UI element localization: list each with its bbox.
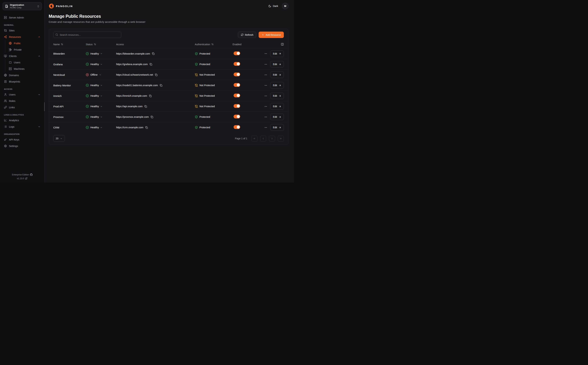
edit-button[interactable]: Edit: [270, 92, 284, 99]
enabled-toggle[interactable]: [234, 83, 240, 87]
last-page-button[interactable]: [278, 135, 284, 141]
row-actions: Edit: [263, 124, 284, 131]
status-cell: Healthy: [86, 105, 116, 108]
brand-logo-link[interactable]: PANGOLIN: [49, 3, 73, 9]
section-label-logs-analytics: LOGS & ANALYTICS: [3, 112, 42, 117]
sidebar-item-clients[interactable]: Clients: [3, 53, 42, 59]
globe-icon: [9, 42, 12, 45]
copy-url-button[interactable]: [149, 95, 152, 97]
sidebar-item-analytics[interactable]: Analytics: [3, 117, 42, 123]
row-menu-button[interactable]: [264, 105, 267, 108]
sidebar-item-domains[interactable]: Domains: [3, 72, 42, 78]
status-dropdown[interactable]: Offline: [90, 73, 101, 76]
sidebar-item-server-admin[interactable]: Server Admin: [3, 14, 42, 21]
sidebar-item-api-keys[interactable]: API Keys: [3, 136, 42, 143]
sidebar-item-machines[interactable]: Machines: [5, 66, 42, 72]
section-label-access: ACCESS: [3, 87, 42, 91]
copy-url-button[interactable]: [152, 52, 155, 55]
theme-toggle-label: Dark: [273, 5, 278, 7]
search-input[interactable]: [53, 32, 121, 38]
sidebar-item-logs[interactable]: Logs: [3, 123, 42, 130]
sidebar-item-public[interactable]: Public: [5, 40, 42, 46]
enabled-toggle[interactable]: [234, 51, 240, 55]
row-menu-button[interactable]: [264, 52, 267, 55]
edit-button[interactable]: Edit: [270, 71, 284, 78]
edit-button[interactable]: Edit: [270, 103, 284, 110]
status-dropdown[interactable]: Healthy: [90, 63, 103, 66]
sidebar-scrollbar-thumb[interactable]: [44, 102, 45, 111]
sidebar-item-links[interactable]: Links: [3, 104, 42, 111]
sidebar-item-private[interactable]: Private: [5, 46, 42, 53]
sidebar-item-client-users[interactable]: Users: [5, 59, 42, 66]
enabled-toggle[interactable]: [234, 104, 240, 108]
chevron-down-icon: [100, 84, 103, 86]
status-dropdown[interactable]: Healthy: [90, 115, 103, 118]
enabled-toggle[interactable]: [234, 62, 240, 66]
sidebar-item-label: Analytics: [9, 119, 19, 122]
row-menu-button[interactable]: [264, 63, 267, 66]
status-dropdown[interactable]: Healthy: [90, 105, 103, 108]
ellipsis-icon: [264, 63, 267, 66]
theme-toggle-button[interactable]: Dark: [268, 5, 278, 7]
first-page-button[interactable]: [251, 135, 257, 141]
enabled-toggle[interactable]: [234, 115, 240, 119]
status-icon-wrap: [86, 63, 89, 66]
column-visibility-button[interactable]: [281, 43, 284, 46]
table-row: Battery Monitor Healthy https://node01.b…: [49, 80, 288, 91]
row-menu-button[interactable]: [264, 94, 267, 97]
row-menu-button[interactable]: [264, 126, 267, 129]
status-dropdown[interactable]: Healthy: [90, 126, 103, 129]
edit-button[interactable]: Edit: [270, 50, 284, 57]
row-menu-button[interactable]: [264, 73, 267, 76]
copy-url-button[interactable]: [155, 74, 157, 76]
edition-link[interactable]: Enterprise Edition: [0, 173, 44, 177]
gear-icon: [4, 145, 7, 147]
enabled-cell: [232, 94, 263, 98]
version-link[interactable]: v1.13.0: [0, 177, 44, 180]
next-page-button[interactable]: [269, 135, 275, 141]
column-header-name[interactable]: Name: [53, 43, 86, 46]
resource-name: CRM: [53, 126, 59, 129]
edit-label: Edit: [273, 115, 277, 118]
arrow-right-icon: [279, 116, 281, 118]
edit-button[interactable]: Edit: [270, 61, 284, 68]
enabled-toggle[interactable]: [234, 72, 240, 76]
status-icon-wrap: [86, 126, 89, 129]
user-avatar[interactable]: M: [282, 3, 288, 9]
sidebar-item-roles[interactable]: Roles: [3, 98, 42, 104]
copy-url-button[interactable]: [145, 126, 148, 129]
enabled-toggle[interactable]: [234, 94, 240, 97]
receipt-icon: [4, 80, 7, 83]
clients-subnav: Users Machines: [5, 59, 42, 72]
org-switcher[interactable]: Organization ACME Corp.: [3, 2, 42, 10]
row-menu-button[interactable]: [264, 84, 267, 87]
column-header-authentication[interactable]: Authentication: [195, 43, 232, 46]
authentication-label: Not Protected: [199, 94, 215, 97]
resource-url: https://node01.batteries.example.com: [116, 84, 158, 87]
edit-label: Edit: [273, 52, 277, 55]
sidebar-item-sites[interactable]: Sites: [3, 27, 42, 34]
status-dropdown[interactable]: Healthy: [90, 94, 103, 97]
row-actions: Edit: [263, 114, 284, 120]
authentication-cell: Protected: [195, 115, 232, 119]
sidebar-item-resources[interactable]: Resources: [3, 34, 42, 40]
refresh-button[interactable]: Refresh: [238, 32, 256, 38]
sidebar-item-blueprints[interactable]: Blueprints: [3, 78, 42, 85]
copy-url-button[interactable]: [150, 63, 152, 66]
edit-button[interactable]: Edit: [270, 114, 284, 120]
add-resource-button[interactable]: Add Resource: [259, 32, 284, 38]
copy-url-button[interactable]: [151, 116, 153, 118]
sidebar-item-settings[interactable]: Settings: [3, 143, 42, 149]
enabled-toggle[interactable]: [234, 125, 240, 129]
row-menu-button[interactable]: [264, 115, 267, 119]
sidebar-item-users[interactable]: Users: [3, 91, 42, 98]
edit-button[interactable]: Edit: [270, 82, 284, 89]
status-dropdown[interactable]: Healthy: [90, 52, 103, 55]
edit-button[interactable]: Edit: [270, 124, 284, 131]
column-header-status[interactable]: Status: [86, 43, 116, 46]
copy-url-button[interactable]: [160, 84, 162, 87]
copy-url-button[interactable]: [144, 105, 147, 108]
page-size-select[interactable]: 20: [53, 135, 65, 142]
previous-page-button[interactable]: [260, 135, 266, 141]
status-dropdown[interactable]: Healthy: [90, 84, 103, 87]
